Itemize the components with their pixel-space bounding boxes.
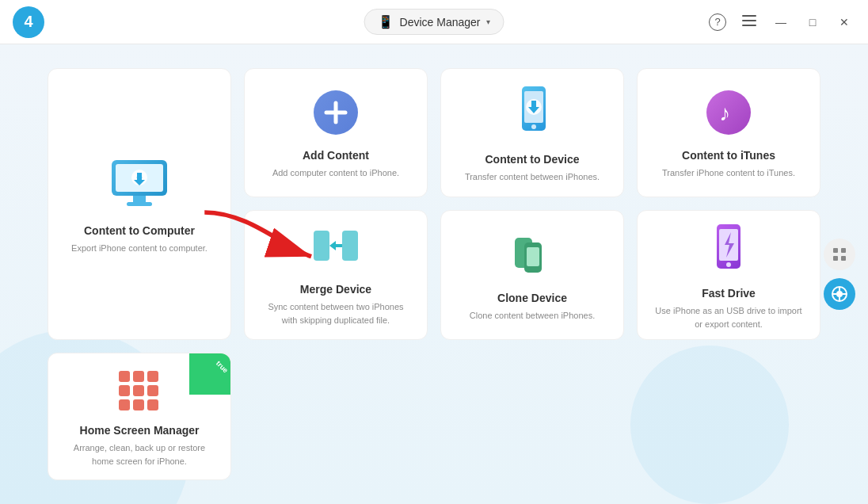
clone-device-title: Clone Device — [497, 292, 567, 304]
clone-device-desc: Clone content between iPhones. — [470, 309, 595, 323]
new-badge-text: true — [204, 353, 230, 384]
home-screen-manager-title: Home Screen Manager — [80, 424, 200, 437]
svg-rect-27 — [527, 247, 539, 266]
merge-device-icon — [312, 227, 360, 273]
maximize-icon: □ — [809, 16, 816, 29]
merge-device-desc: Sync content between two iPhones with sk… — [261, 300, 411, 326]
sidebar-right — [824, 239, 855, 310]
close-icon: ✕ — [839, 16, 849, 29]
svg-rect-40 — [147, 399, 158, 410]
titlebar-right: ? — □ ✕ — [706, 11, 855, 33]
add-content-card[interactable]: Add Content Add computer content to iPho… — [244, 68, 428, 197]
svg-rect-0 — [742, 15, 756, 17]
svg-rect-33 — [133, 371, 144, 382]
feature-grid: Content to Computer Export iPhone conten… — [48, 68, 820, 480]
maximize-button[interactable]: □ — [801, 11, 824, 33]
svg-point-47 — [836, 291, 843, 297]
close-button[interactable]: ✕ — [833, 11, 855, 33]
svg-rect-35 — [119, 385, 130, 396]
content-to-computer-card[interactable]: Content to Computer Export iPhone conten… — [48, 68, 231, 340]
titlebar: 4 📱 Device Manager ▾ ? — □ — [0, 0, 868, 44]
add-content-icon — [312, 89, 360, 139]
device-manager-label: Device Manager — [400, 16, 481, 29]
content-to-device-title: Content to Device — [485, 153, 579, 166]
add-content-title: Add Content — [303, 149, 369, 162]
svg-rect-39 — [133, 399, 144, 410]
svg-marker-24 — [329, 241, 342, 250]
content-to-itunes-icon: ♪ — [705, 89, 752, 139]
svg-rect-23 — [342, 231, 358, 261]
clone-device-card[interactable]: Clone Device Clone content between iPhon… — [440, 210, 624, 339]
svg-rect-5 — [133, 196, 146, 202]
svg-point-31 — [726, 262, 731, 267]
app-logo-text: 4 — [24, 13, 32, 31]
help-button[interactable]: ? — [706, 11, 729, 33]
svg-rect-2 — [742, 25, 756, 26]
titlebar-center: 📱 Device Manager ▾ — [364, 9, 504, 35]
home-screen-manager-desc: Arrange, clean, back up or restore home … — [64, 441, 215, 468]
svg-rect-37 — [147, 385, 158, 396]
content-to-itunes-card[interactable]: ♪ Content to iTunes Transfer iPhone cont… — [637, 68, 820, 197]
new-badge: true — [189, 353, 230, 395]
help-icon: ? — [709, 13, 726, 31]
svg-rect-45 — [841, 256, 846, 261]
merge-device-card[interactable]: Merge Device Sync content between two iP… — [244, 210, 428, 339]
svg-rect-43 — [841, 248, 846, 253]
app-logo: 4 — [13, 6, 44, 38]
apps-button[interactable] — [824, 239, 855, 270]
menu-icon — [742, 15, 756, 29]
svg-rect-34 — [147, 371, 158, 382]
add-content-desc: Add computer content to iPhone. — [272, 166, 399, 180]
content-to-computer-title: Content to Computer — [84, 224, 195, 237]
svg-point-19 — [531, 124, 536, 129]
svg-rect-38 — [119, 399, 130, 410]
merge-device-title: Merge Device — [300, 283, 371, 296]
minimize-icon: — — [775, 16, 786, 29]
device-selector[interactable]: 📱 Device Manager ▾ — [364, 9, 504, 35]
titlebar-left: 4 — [13, 6, 54, 38]
home-screen-manager-card[interactable]: true Home Screen Manager Arrange, clean — [48, 353, 231, 480]
content-to-device-icon — [511, 85, 554, 143]
content-to-itunes-title: Content to iTunes — [682, 149, 775, 162]
content-to-itunes-desc: Transfer iPhone content to iTunes. — [662, 166, 795, 180]
menu-button[interactable] — [738, 11, 760, 33]
svg-rect-42 — [833, 248, 838, 253]
content-to-device-desc: Transfer content between iPhones. — [465, 170, 600, 184]
content-to-computer-icon — [108, 156, 171, 215]
svg-rect-6 — [127, 202, 152, 206]
chevron-down-icon: ▾ — [486, 17, 490, 26]
svg-rect-36 — [133, 385, 144, 396]
fast-drive-desc: Use iPhone as an USB drive to import or … — [653, 304, 804, 330]
fast-drive-icon — [709, 223, 748, 277]
fast-drive-title: Fast Drive — [702, 287, 756, 300]
svg-rect-32 — [119, 371, 130, 382]
svg-rect-44 — [833, 256, 838, 261]
support-button[interactable] — [824, 278, 855, 310]
svg-rect-22 — [314, 231, 329, 261]
svg-rect-1 — [742, 20, 756, 21]
device-phone-icon: 📱 — [378, 14, 394, 29]
content-to-device-card[interactable]: Content to Device Transfer content betwe… — [440, 68, 624, 197]
clone-device-icon — [508, 231, 556, 282]
fast-drive-card[interactable]: Fast Drive Use iPhone as an USB drive to… — [637, 210, 820, 339]
main-content: Content to Computer Export iPhone conten… — [0, 44, 868, 504]
home-screen-manager-icon — [116, 368, 163, 414]
content-to-computer-desc: Export iPhone content to computer. — [71, 242, 207, 255]
minimize-button[interactable]: — — [770, 11, 792, 33]
svg-text:♪: ♪ — [719, 101, 730, 125]
